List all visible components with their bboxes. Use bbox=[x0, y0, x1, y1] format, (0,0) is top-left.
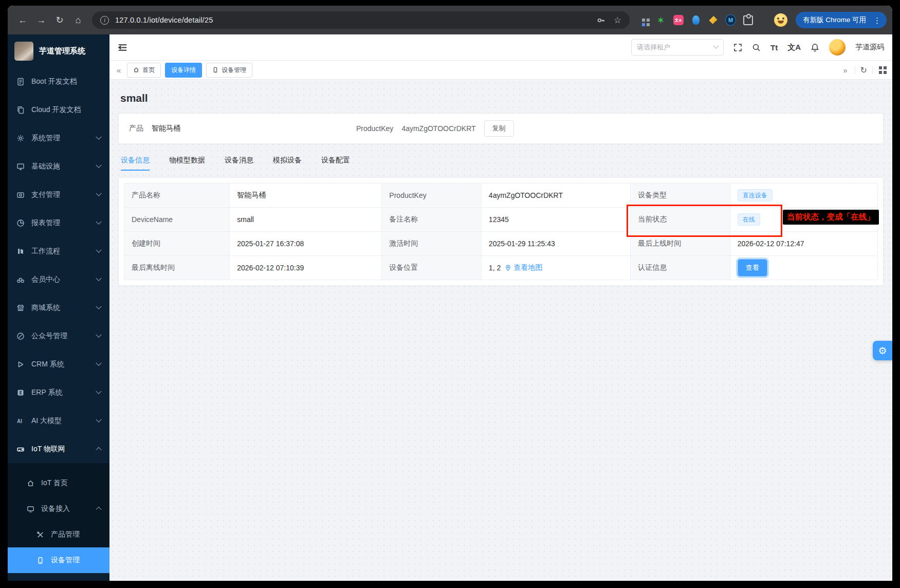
forward-button[interactable]: → bbox=[32, 11, 50, 29]
tab-device-info[interactable]: 设备信息 bbox=[121, 156, 150, 171]
annotation-label: 当前状态，变成「在线」 bbox=[783, 210, 879, 225]
device-info-table: 产品名称 智能马桶 ProductKey 4aymZgOTOOCrDKRT 设备… bbox=[124, 183, 878, 280]
sidebar-item-boot-docs[interactable]: Boot 开发文档 bbox=[8, 67, 109, 96]
extension-m-badge-icon[interactable]: M bbox=[725, 15, 736, 26]
sidebar-item-erp[interactable]: ERP 系统 bbox=[8, 378, 109, 407]
sidebar-item-device-management[interactable]: 设备管理 bbox=[8, 547, 109, 573]
sidebar-item-iot[interactable]: IoT 物联网 bbox=[8, 435, 109, 463]
cell-value: 2025-01-29 11:25:43 bbox=[481, 232, 630, 256]
home-icon bbox=[27, 480, 34, 487]
page-tabs-bar: « 首页 设备详情 设备管理 » ↻ bbox=[109, 60, 892, 80]
screen-icon bbox=[27, 505, 34, 513]
table-row: 创建时间 2025-01-27 16:37:08 激活时间 2025-01-29… bbox=[124, 232, 878, 256]
extension-star-icon[interactable]: ✶ bbox=[655, 15, 666, 26]
layout-grid-icon[interactable] bbox=[879, 66, 882, 69]
copy-button[interactable]: 复制 bbox=[484, 120, 514, 137]
payment-icon bbox=[16, 191, 25, 199]
device-info-card: 产品名称 智能马桶 ProductKey 4aymZgOTOOCrDKRT 设备… bbox=[119, 178, 883, 285]
font-size-icon[interactable]: Tt bbox=[770, 43, 778, 52]
tabs-scroll-right-icon[interactable]: » bbox=[841, 66, 849, 75]
settings-drawer-button[interactable]: ⚙ bbox=[873, 341, 892, 360]
sidebar-item-official-account[interactable]: 公众号管理 bbox=[8, 322, 109, 350]
tab-device-config[interactable]: 设备配置 bbox=[321, 156, 350, 171]
sidebar-item-device-access[interactable]: 设备接入 bbox=[8, 496, 109, 522]
sidebar-item-product-management[interactable]: 产品管理 bbox=[8, 522, 109, 547]
sidebar: 芋道管理系统 Boot 开发文档 Cloud 开发文档 系统管理 基础设施 bbox=[8, 34, 109, 581]
view-auth-button[interactable]: 查看 bbox=[738, 259, 767, 277]
chrome-update-button[interactable]: 有新版 Chrome 可用 ⋮ bbox=[796, 12, 887, 28]
iot-box-icon bbox=[16, 445, 25, 453]
extensions-puzzle-icon[interactable] bbox=[743, 15, 754, 26]
sidebar-item-payment[interactable]: 支付管理 bbox=[8, 180, 109, 209]
sidebar-item-members[interactable]: 会员中心 bbox=[8, 265, 109, 293]
tab-device-detail[interactable]: 设备详情 bbox=[165, 63, 202, 78]
tab-home[interactable]: 首页 bbox=[127, 63, 161, 78]
password-key-icon[interactable] bbox=[597, 16, 605, 25]
sidebar-item-mall[interactable]: 商城系统 bbox=[8, 293, 109, 322]
extension-broom-icon[interactable] bbox=[708, 15, 719, 26]
home-button[interactable]: ⌂ bbox=[69, 11, 87, 29]
chevron-down-icon bbox=[96, 190, 101, 196]
view-map-link[interactable]: 查看地图 bbox=[505, 263, 542, 272]
tab-device-messages[interactable]: 设备消息 bbox=[225, 156, 253, 171]
cell-label: 设备类型 bbox=[631, 183, 730, 208]
search-icon[interactable] bbox=[752, 43, 761, 52]
bookmark-star-icon[interactable]: ☆ bbox=[614, 15, 621, 26]
svg-text:AI: AI bbox=[17, 418, 22, 424]
tab-simulate-device[interactable]: 模拟设备 bbox=[273, 156, 302, 171]
notification-bell-icon[interactable] bbox=[811, 43, 819, 52]
device-location-value: 1, 2 bbox=[489, 264, 501, 272]
browser-menu-icon[interactable]: ⋮ bbox=[871, 16, 883, 24]
extension-translate-icon[interactable]: 文A bbox=[673, 15, 684, 26]
product-summary-card: 产品 智能马桶 ProductKey 4aymZgOTOOCrDKRT 复制 bbox=[119, 114, 883, 143]
reload-button[interactable]: ↻ bbox=[51, 11, 68, 29]
product-name: 智能马桶 bbox=[152, 124, 180, 133]
address-bar[interactable]: i 127.0.0.1/iot/device/detail/25 ☆ bbox=[92, 11, 630, 29]
profile-emoji-avatar[interactable] bbox=[774, 13, 787, 27]
tenant-select[interactable]: 请选择租户 bbox=[631, 39, 724, 56]
sidebar-item-ai[interactable]: AI AI 大模型 bbox=[8, 407, 109, 435]
gear-icon bbox=[16, 134, 25, 142]
browser-toolbar: ← → ↻ ⌂ i 127.0.0.1/iot/device/detail/25… bbox=[8, 6, 892, 34]
page-content: small 产品 智能马桶 ProductKey 4aymZgOTOOCrDKR… bbox=[109, 80, 892, 581]
copy-docs-icon bbox=[16, 106, 25, 114]
refresh-icon[interactable]: ↻ bbox=[860, 65, 867, 75]
app-title: 芋道管理系统 bbox=[39, 46, 85, 56]
back-button[interactable]: ← bbox=[14, 11, 31, 29]
productkey-value: 4aymZgOTOOCrDKRT bbox=[401, 124, 475, 133]
sidebar-item-reports[interactable]: 报表管理 bbox=[8, 209, 109, 237]
chevron-up-icon bbox=[96, 447, 101, 452]
sidebar-item-iot-home[interactable]: IoT 首页 bbox=[8, 470, 109, 496]
cell-label: ProductKey bbox=[382, 183, 482, 208]
url-text[interactable]: 127.0.0.1/iot/device/detail/25 bbox=[115, 16, 213, 24]
browser-window: ← → ↻ ⌂ i 127.0.0.1/iot/device/detail/25… bbox=[8, 6, 892, 581]
collapse-menu-icon[interactable] bbox=[118, 43, 127, 52]
cell-label: 最后离线时间 bbox=[124, 256, 230, 280]
cell-label: 当前状态 bbox=[631, 208, 730, 232]
tab-device-management[interactable]: 设备管理 bbox=[206, 63, 252, 78]
user-avatar[interactable] bbox=[829, 39, 846, 56]
locale-switch-icon[interactable]: 文A bbox=[787, 43, 801, 52]
productkey-label: ProductKey bbox=[356, 124, 393, 133]
document-icon bbox=[16, 78, 25, 86]
tabs-scroll-left-icon[interactable]: « bbox=[115, 66, 123, 75]
sidebar-item-system[interactable]: 系统管理 bbox=[8, 124, 109, 152]
iot-submenu: IoT 首页 设备接入 产品管理 设备管理 bbox=[8, 463, 109, 573]
chevron-down-icon bbox=[713, 43, 719, 49]
site-info-icon[interactable]: i bbox=[100, 16, 109, 25]
cell-value: 12345 bbox=[481, 208, 630, 232]
tab-thing-model-data[interactable]: 物模型数据 bbox=[169, 156, 205, 171]
sidebar-item-workflow[interactable]: 工作流程 bbox=[8, 237, 109, 265]
cell-label: 最后上线时间 bbox=[631, 232, 730, 256]
extension-balloon-icon[interactable] bbox=[690, 15, 701, 26]
sidebar-item-cloud-docs[interactable]: Cloud 开发文档 bbox=[8, 96, 109, 124]
chevron-down-icon bbox=[96, 247, 101, 252]
sidebar-item-infrastructure[interactable]: 基础设施 bbox=[8, 152, 109, 180]
fullscreen-icon[interactable] bbox=[733, 43, 742, 52]
cell-label: 备注名称 bbox=[382, 208, 482, 232]
sidebar-item-crm[interactable]: CRM 系统 bbox=[8, 350, 109, 378]
extension-grid-icon[interactable] bbox=[638, 15, 649, 26]
divider bbox=[855, 66, 855, 74]
ai-icon: AI bbox=[16, 417, 25, 425]
username[interactable]: 芋道源码 bbox=[855, 43, 884, 52]
